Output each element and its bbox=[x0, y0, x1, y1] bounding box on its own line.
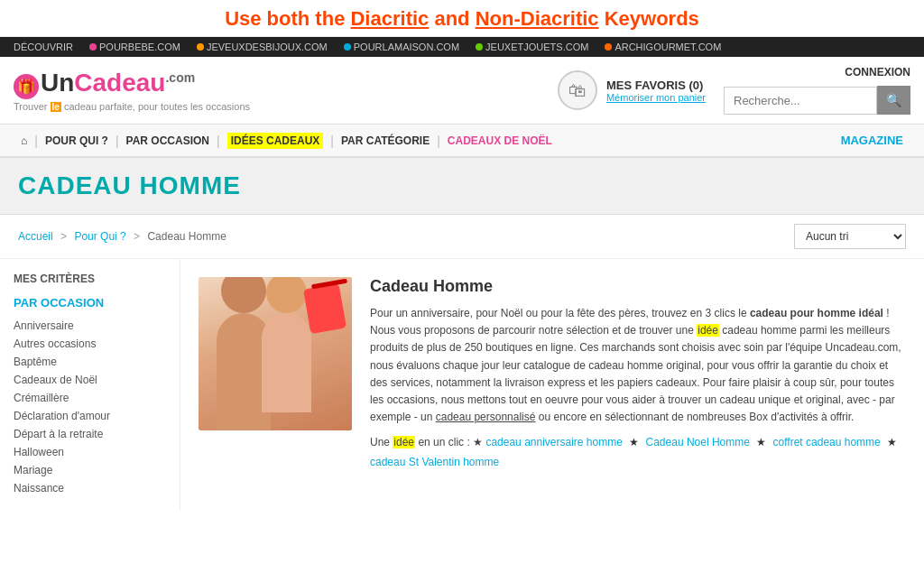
banner-text-part1: Use both the bbox=[225, 7, 350, 30]
sidebar-item-depart[interactable]: Départ à la retraite bbox=[14, 425, 166, 443]
header: 🎁UnCadeau.com Trouver le cadeau parfaite… bbox=[0, 57, 924, 125]
product-title: Cadeau Homme bbox=[370, 277, 906, 296]
home-icon: ⌂ bbox=[21, 134, 27, 147]
star2: ★ bbox=[753, 436, 770, 448]
topnav-dot-3 bbox=[344, 43, 351, 51]
logo[interactable]: 🎁UnCadeau.com Trouver le cadeau parfaite… bbox=[14, 69, 250, 112]
sidebar-mes-criteres: MES CRITÈRES bbox=[14, 273, 166, 285]
banner: Use both the Diacritic and Non-Diacritic… bbox=[0, 0, 924, 37]
topnav-decouvrir[interactable]: DÉCOUVRIR bbox=[14, 42, 73, 52]
search-input[interactable] bbox=[724, 87, 877, 115]
nav-pour-qui[interactable]: POUR QUI ? bbox=[38, 125, 116, 156]
breadcrumb-sep1: > bbox=[60, 230, 69, 243]
sidebar-item-noel[interactable]: Cadeaux de Noël bbox=[14, 371, 166, 389]
header-right: CONNEXION 🔍 bbox=[724, 66, 910, 115]
topnav-jouets[interactable]: JEUXETJOUETS.COM bbox=[476, 42, 588, 52]
sidebar-item-naissance[interactable]: Naissance bbox=[14, 479, 166, 497]
p1-link-personnalise[interactable]: cadeau personnalisé bbox=[436, 411, 536, 423]
p2-after: en un clic : ★ bbox=[415, 436, 485, 448]
sort-select[interactable]: Aucun tri Prix croissant Prix décroissan… bbox=[794, 224, 906, 249]
mainnav: ⌂ | POUR QUI ? | PAR OCCASION | IDÉES CA… bbox=[0, 125, 924, 158]
breadcrumb: Accueil > Pour Qui ? > Cadeau Homme bbox=[18, 230, 226, 243]
nav-home[interactable]: ⌂ bbox=[14, 125, 34, 156]
banner-text-part2: and bbox=[429, 7, 475, 30]
sidebar-par-occasion: PAR OCCASION bbox=[14, 296, 166, 310]
topnav-pourbebe[interactable]: POURBEBE.COM bbox=[89, 42, 180, 52]
breadcrumb-pour-qui[interactable]: Pour Qui ? bbox=[74, 230, 125, 243]
favorites-sub[interactable]: Mémoriser mon panier bbox=[606, 92, 706, 103]
topnav-bijoux[interactable]: JEVEUXDESBIJOUX.COM bbox=[197, 42, 328, 52]
nav-magazine[interactable]: MAGAZINE bbox=[834, 125, 910, 156]
p2-before: Une bbox=[370, 436, 393, 448]
idees-label: IDÉES CADEAUX bbox=[227, 133, 324, 149]
logo-subtitle: Trouver le cadeau parfaite, pour toutes … bbox=[14, 101, 250, 112]
product-text: Cadeau Homme Pour un anniversaire, pour … bbox=[370, 277, 906, 473]
page-title: CADEAU HOMME bbox=[18, 171, 906, 200]
connexion-link[interactable]: CONNEXION bbox=[845, 66, 910, 79]
p1-bold: cadeau pour homme idéal bbox=[750, 307, 883, 319]
star3: ★ bbox=[884, 436, 897, 448]
product-paragraph1: Pour un anniversaire, pour Noël ou pour … bbox=[370, 305, 906, 426]
banner-nondiacritic: Non-Diacritic bbox=[476, 7, 599, 30]
link-noel[interactable]: Cadeau Noel Homme bbox=[646, 436, 750, 448]
gift-icon: 🎁 bbox=[14, 74, 39, 99]
nav-par-categorie[interactable]: PAR CATÉGORIE bbox=[334, 125, 437, 156]
p1-before: Pour un anniversaire, pour Noël ou pour … bbox=[370, 307, 750, 319]
nav-idees[interactable]: IDÉES CADEAUX bbox=[220, 125, 331, 156]
p1-idee: idée bbox=[697, 324, 719, 337]
product-image bbox=[199, 277, 352, 430]
sidebar-item-cremaillere[interactable]: Crémaillère bbox=[14, 389, 166, 407]
topnav-dot-2 bbox=[197, 43, 204, 51]
nav-par-occasion[interactable]: PAR OCCASION bbox=[119, 125, 217, 156]
search-button[interactable]: 🔍 bbox=[877, 86, 910, 115]
banner-text-part3: Keywords bbox=[599, 7, 699, 30]
nav-noel[interactable]: CADEAUX DE NOËL bbox=[440, 125, 559, 156]
favorites-icon: 🛍 bbox=[558, 70, 597, 110]
logo-area: 🎁UnCadeau.com Trouver le cadeau parfaite… bbox=[14, 69, 250, 112]
content-area: Cadeau Homme Pour un anniversaire, pour … bbox=[180, 259, 924, 511]
logo-title: 🎁UnCadeau.com bbox=[14, 69, 195, 97]
banner-diacritic: Diacritic bbox=[350, 7, 429, 30]
sidebar-item-anniversaire[interactable]: Anniversaire bbox=[14, 317, 166, 335]
sidebar-item-declaration[interactable]: Déclaration d'amour bbox=[14, 407, 166, 425]
p1-rest: cadeau homme parmi les meilleurs produit… bbox=[370, 324, 901, 423]
favorites-area: 🛍 MES FAVORIS (0) Mémoriser mon panier bbox=[558, 70, 706, 110]
p2-idee: idée bbox=[393, 436, 415, 448]
sidebar-item-bapteme[interactable]: Baptême bbox=[14, 353, 166, 371]
sidebar-item-autres[interactable]: Autres occasions bbox=[14, 335, 166, 353]
link-anniversaire[interactable]: cadeau anniversaire homme bbox=[485, 436, 622, 448]
breadcrumb-bar: Accueil > Pour Qui ? > Cadeau Homme Aucu… bbox=[0, 215, 924, 259]
sidebar-item-mariage[interactable]: Mariage bbox=[14, 461, 166, 479]
topnav-dot-5 bbox=[605, 43, 612, 51]
topnav-dot-4 bbox=[476, 43, 483, 51]
bottom-links: Une idée en un clic : ★ cadeau anniversa… bbox=[370, 433, 906, 472]
main-content: MES CRITÈRES PAR OCCASION Anniversaire A… bbox=[0, 259, 924, 511]
page-title-bar: CADEAU HOMME bbox=[0, 158, 924, 215]
topnav-pourlamaison[interactable]: POURLAMAISON.COM bbox=[344, 42, 459, 52]
couple-illustration bbox=[199, 277, 352, 430]
topnav-dot-1 bbox=[89, 43, 97, 51]
product-intro: Cadeau Homme Pour un anniversaire, pour … bbox=[199, 277, 906, 473]
link-valentin[interactable]: cadeau St Valentin homme bbox=[370, 456, 499, 468]
link-coffret[interactable]: coffret cadeau homme bbox=[773, 436, 881, 448]
star1: ★ bbox=[626, 436, 642, 448]
search-area: 🔍 bbox=[724, 86, 910, 115]
breadcrumb-accueil[interactable]: Accueil bbox=[18, 230, 53, 243]
topnav-archigourmet[interactable]: ARCHIGOURMET.COM bbox=[605, 42, 721, 52]
sidebar-item-halloween[interactable]: Halloween bbox=[14, 443, 166, 461]
banner-title: Use both the Diacritic and Non-Diacritic… bbox=[0, 7, 924, 31]
topnav: DÉCOUVRIR POURBEBE.COM JEVEUXDESBIJOUX.C… bbox=[0, 37, 924, 57]
favorites-title: MES FAVORIS (0) bbox=[606, 79, 706, 92]
breadcrumb-current: Cadeau Homme bbox=[147, 230, 226, 243]
logo-com: .com bbox=[165, 70, 195, 85]
sidebar: MES CRITÈRES PAR OCCASION Anniversaire A… bbox=[0, 259, 180, 511]
p1-link-after: ou encore en sélectionnant de nombreuses… bbox=[535, 411, 854, 423]
sidebar-list: Anniversaire Autres occasions Baptême Ca… bbox=[14, 317, 166, 497]
breadcrumb-sep2: > bbox=[134, 230, 143, 243]
favorites-info: MES FAVORIS (0) Mémoriser mon panier bbox=[606, 79, 706, 103]
